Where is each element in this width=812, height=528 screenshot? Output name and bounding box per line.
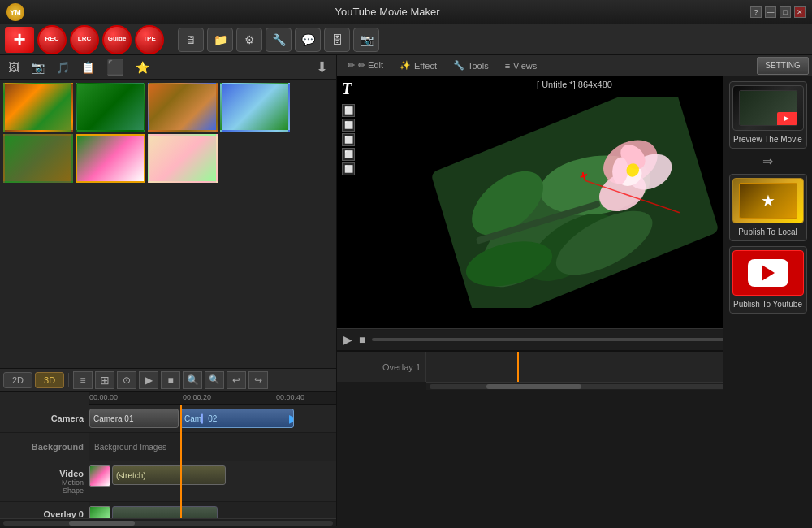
- left-panel: 🖼 📷 🎵 📋 ⬛ ⭐ ⬇ 2D 3D: [0, 55, 337, 526]
- titlebar: YM YouTube Movie Maker ? — □ ✕: [0, 0, 812, 24]
- close-button[interactable]: ✕: [794, 6, 806, 18]
- play-button[interactable]: ▶: [343, 333, 352, 346]
- thumb-autumn[interactable]: [3, 83, 73, 132]
- preview-movie-label: Preview The Movie: [733, 134, 802, 145]
- preview-svg: +: [421, 97, 729, 308]
- timeline-tabs: 2D 3D ≡ ⊞ ⊙ ▶ ■ 🔍 🔍 ↩ ↪: [0, 369, 336, 392]
- timeline-list-btn[interactable]: ≡: [73, 371, 93, 389]
- media-download-btn[interactable]: ⬇: [313, 57, 331, 78]
- overlay0-block[interactable]: [112, 506, 218, 518]
- align-h-bottom[interactable]: ⬜: [342, 133, 355, 146]
- publish-arrow: ⇒: [762, 154, 773, 169]
- publish-local-label: Publish To Local: [738, 227, 797, 237]
- add-button[interactable]: +: [5, 27, 34, 53]
- tab-3d[interactable]: 3D: [35, 372, 64, 388]
- media-camera-btn[interactable]: 📷: [28, 59, 48, 76]
- timeline-redo-btn[interactable]: ↪: [248, 371, 268, 389]
- thumb-desert[interactable]: [148, 83, 218, 132]
- track-labels: Camera Background Video Motion Shape Ove…: [0, 405, 89, 518]
- scroll-thumb[interactable]: [69, 521, 135, 526]
- tpe-button[interactable]: TPE: [135, 25, 164, 54]
- publish-local-button[interactable]: ★ Publish To Local: [729, 174, 807, 241]
- timeline-add-clip-btn[interactable]: ⊞: [95, 371, 114, 389]
- minimize-button[interactable]: —: [765, 6, 776, 18]
- preview-movie-button[interactable]: ▶ Preview The Movie: [729, 81, 807, 149]
- lrc-button[interactable]: LRC: [70, 25, 99, 54]
- main-area: 🖼 📷 🎵 📋 ⬛ ⭐ ⬇ 2D 3D: [0, 55, 812, 526]
- timeline-play-btn[interactable]: ▶: [139, 371, 158, 389]
- timeline-cursor: [180, 405, 182, 518]
- publish-youtube-icon: [732, 250, 804, 296]
- setting-button[interactable]: SETTING: [757, 57, 809, 75]
- thumb-flowers2[interactable]: [148, 134, 218, 183]
- screen-tool-button[interactable]: 🖥: [178, 28, 204, 52]
- wrench-tool-button[interactable]: 🔧: [266, 28, 292, 52]
- publish-panel: ▶ Preview The Movie ⇒ ★ Publish To Local: [723, 76, 812, 526]
- align-h-top[interactable]: ⬜: [342, 104, 355, 117]
- timeline-scrollbar[interactable]: [0, 518, 336, 526]
- thumb-flowers1[interactable]: [76, 134, 145, 183]
- maximize-button[interactable]: □: [780, 6, 791, 18]
- stop-button[interactable]: ■: [359, 333, 365, 346]
- camera-track-label: Camera: [0, 405, 89, 433]
- align-h-center[interactable]: ⬜: [342, 119, 355, 132]
- app-logo: YM: [6, 3, 24, 21]
- tools-tab[interactable]: 🔧 Tools: [446, 58, 496, 73]
- media-audio-btn[interactable]: 🎵: [53, 59, 73, 76]
- overlay0-track-label: Overlay 0 Motion Shape: [0, 502, 89, 518]
- overlay1-label: Overlay 1: [382, 362, 421, 372]
- align-v[interactable]: ⬜: [342, 148, 355, 161]
- media-images-btn[interactable]: 🖼: [5, 59, 23, 76]
- db-tool-button[interactable]: 🗄: [324, 28, 350, 52]
- media-effects-btn[interactable]: ⬛: [103, 57, 127, 78]
- alignment-buttons: ⬜ ⬜ ⬜ ⬜ ⬜: [342, 104, 355, 175]
- folder-tool-button[interactable]: 📁: [207, 28, 233, 52]
- camera-block-2[interactable]: Cam▎02 ▶: [180, 409, 294, 428]
- video-track-row: (stretch): [89, 461, 336, 502]
- scroll-track[interactable]: [3, 521, 333, 526]
- track-content: Camera 01 Cam▎02 ▶ Background Images: [89, 405, 336, 518]
- thumb-lake[interactable]: [220, 83, 290, 132]
- preview-title-bar: [ Untitle *] 864x480: [537, 80, 612, 89]
- right-panel: ✏ ✏ Edit ✨ Effect 🔧 Tools ≡ Views SETTIN…: [337, 55, 812, 526]
- video-track-label: Video Motion Shape: [0, 461, 89, 502]
- thumb-forest[interactable]: [76, 83, 145, 132]
- views-tab[interactable]: ≡ Views: [498, 58, 545, 73]
- camera-block-1[interactable]: Camera 01: [89, 409, 179, 428]
- app-title: YouTube Movie Maker: [24, 6, 750, 18]
- tab-2d[interactable]: 2D: [3, 372, 32, 388]
- settings-tool-button[interactable]: ⚙: [236, 28, 262, 52]
- guide-button[interactable]: Guide: [102, 25, 132, 54]
- thumbnails-grid: [0, 80, 336, 368]
- publish-youtube-button[interactable]: Publish To Youtube: [729, 246, 807, 314]
- help-button[interactable]: ?: [750, 6, 762, 18]
- chat-tool-button[interactable]: 💬: [295, 28, 321, 52]
- media-clips-btn[interactable]: 📋: [78, 59, 98, 76]
- preview-movie-icon: ▶: [732, 85, 804, 131]
- timeline-zoom-out-btn[interactable]: 🔍: [183, 371, 202, 389]
- publish-youtube-label: Publish To Youtube: [733, 299, 802, 309]
- background-track-row: Background Images: [89, 433, 336, 461]
- timeline-zoom-in-btn[interactable]: 🔍: [205, 371, 224, 389]
- media-toolbar: 🖼 📷 🎵 📋 ⬛ ⭐ ⬇: [0, 55, 336, 80]
- main-toolbar: + REC LRC Guide TPE 🖥 📁 ⚙ 🔧 💬 🗄 📷: [0, 24, 812, 55]
- rec-button[interactable]: REC: [37, 25, 67, 54]
- timeline-undo-btn[interactable]: ↩: [227, 371, 246, 389]
- media-star-btn[interactable]: ⭐: [132, 59, 153, 76]
- monitor-tool-button[interactable]: 📷: [353, 28, 379, 52]
- effect-tab[interactable]: ✨ Effect: [392, 58, 444, 73]
- tools-tabs-bar: ✏ ✏ Edit ✨ Effect 🔧 Tools ≡ Views SETTIN…: [337, 55, 812, 76]
- thumb-path[interactable]: [3, 134, 73, 183]
- align-full[interactable]: ⬜: [342, 162, 355, 175]
- seek-bar[interactable]: [372, 338, 757, 341]
- ruler-tick-20: 00:00:20: [183, 393, 211, 401]
- publish-local-icon: ★: [732, 178, 804, 223]
- video-preview-canvas: +: [421, 97, 729, 308]
- timeline-ruler: 00:00:00 00:00:20 00:00:40 00:01:00: [89, 392, 336, 405]
- timeline-stop-btn[interactable]: ■: [161, 371, 180, 389]
- video-block[interactable]: (stretch): [112, 465, 226, 485]
- tracks-container: Camera Background Video Motion Shape Ove…: [0, 405, 336, 518]
- text-tool-button[interactable]: T: [342, 80, 352, 98]
- edit-tab[interactable]: ✏ ✏ Edit: [340, 58, 391, 73]
- timeline-record-btn[interactable]: ⊙: [117, 371, 136, 389]
